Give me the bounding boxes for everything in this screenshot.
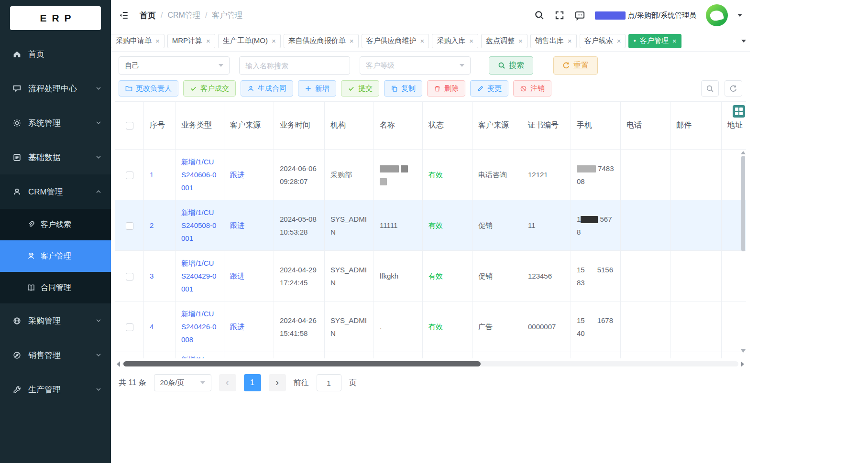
biz-type-link[interactable]: 新增/1/CUS240429-0001	[181, 259, 216, 293]
row-checkbox[interactable]	[126, 323, 133, 331]
horizontal-scrollbar[interactable]	[117, 361, 744, 367]
org: SYS_ADMIN	[330, 266, 367, 287]
generate-contract-button[interactable]: 生成合同	[241, 80, 293, 97]
data-list-icon	[12, 153, 22, 162]
search-button[interactable]: 搜索	[489, 56, 533, 75]
table-refresh-button[interactable]	[725, 80, 742, 97]
follow-link[interactable]: 跟进	[230, 221, 244, 229]
sidebar-item-customer-mgmt[interactable]: 客户管理	[0, 240, 111, 272]
sidebar-collapse-icon[interactable]	[119, 10, 129, 21]
tab-close-icon[interactable]: ×	[272, 37, 276, 44]
fullscreen-icon[interactable]	[554, 10, 565, 21]
sidebar-item-contract-mgmt[interactable]: 合同管理	[0, 272, 111, 303]
tab-close-icon[interactable]: ×	[350, 37, 354, 44]
name-search-input[interactable]	[239, 56, 350, 75]
book-icon	[27, 283, 35, 292]
column-settings-button[interactable]	[733, 105, 745, 118]
tab-customer-mgmt[interactable]: ●客户管理×	[628, 34, 681, 48]
customer-deal-button[interactable]: 客户成交	[183, 80, 236, 97]
table-search-button[interactable]	[701, 80, 719, 97]
seq-link[interactable]: 1	[150, 171, 154, 179]
biz-type-link[interactable]: 新增/1/CUS240426-0008	[181, 310, 216, 344]
message-icon[interactable]	[574, 10, 585, 21]
chevron-down-icon	[95, 386, 102, 393]
tab-sales-outbound[interactable]: 销售出库×	[530, 34, 577, 48]
chevron-down-icon	[95, 351, 102, 359]
search-icon[interactable]	[534, 10, 545, 21]
tab-purchase-request[interactable]: 采购申请单×	[111, 34, 165, 48]
sidebar-item-sales-mgmt[interactable]: 销售管理	[0, 338, 111, 372]
scroll-up-icon[interactable]	[741, 151, 746, 154]
horizontal-scroll-thumb[interactable]	[123, 361, 481, 366]
sidebar-item-purchase-mgmt[interactable]: 采购管理	[0, 303, 111, 338]
col-header-name: 名称	[374, 102, 423, 150]
tab-close-icon[interactable]: ×	[518, 37, 523, 44]
tab-close-icon[interactable]: ×	[420, 37, 425, 44]
biz-type-link[interactable]: 新增/1/CUS240508-0001	[181, 208, 216, 242]
tab-mrp-calc[interactable]: MRP计算×	[167, 34, 215, 48]
horizontal-scroll-track[interactable]	[122, 361, 738, 366]
scroll-down-icon[interactable]	[741, 349, 746, 353]
breadcrumb-level2[interactable]: CRM管理	[167, 11, 200, 21]
tab-stock-adjust[interactable]: 盘点调整×	[481, 34, 527, 48]
seq-link[interactable]: 3	[150, 272, 154, 280]
vertical-scrollbar[interactable]	[740, 151, 746, 353]
mobile-cell: 748308	[571, 150, 621, 200]
seq-link[interactable]: 4	[150, 323, 154, 331]
tab-close-icon[interactable]: ×	[206, 37, 210, 44]
row-checkbox[interactable]	[126, 222, 133, 230]
select-all-checkbox[interactable]	[126, 122, 133, 129]
tab-close-icon[interactable]: ×	[469, 37, 473, 44]
next-page-button[interactable]: ›	[269, 374, 286, 391]
row-checkbox[interactable]	[126, 172, 133, 179]
delete-button[interactable]: 删除	[427, 80, 465, 97]
page-1-button[interactable]: 1	[244, 374, 261, 391]
row-checkbox[interactable]	[126, 273, 133, 280]
sidebar-item-system-mgmt[interactable]: 系统管理	[0, 106, 111, 140]
status-badge: 有效	[429, 323, 443, 331]
breadcrumb-home[interactable]: 首页	[140, 10, 156, 21]
sidebar-item-label: 销售管理	[28, 350, 61, 361]
sidebar-item-home[interactable]: 首页	[0, 37, 111, 71]
tab-close-icon[interactable]: ×	[568, 37, 572, 44]
tab-close-icon[interactable]: ×	[617, 37, 621, 44]
tab-close-icon[interactable]: ×	[672, 37, 677, 44]
customer-name: 11111	[380, 221, 397, 229]
customer-level-select[interactable]: 客户等级	[360, 56, 471, 75]
page-size-select[interactable]: 20条/页	[154, 374, 211, 391]
user-caret-icon[interactable]	[737, 14, 742, 17]
tab-production-order[interactable]: 生产工单(MO)×	[218, 34, 281, 48]
sidebar-item-production-mgmt[interactable]: 生产管理	[0, 372, 111, 407]
change-button[interactable]: 变更	[470, 80, 508, 97]
prev-page-button[interactable]: ‹	[219, 374, 236, 391]
follow-link[interactable]: 跟进	[230, 171, 244, 179]
follow-link[interactable]: 跟进	[230, 272, 244, 280]
follow-link[interactable]: 跟进	[230, 323, 244, 331]
deactivate-button[interactable]: 注销	[513, 80, 551, 97]
tab-supplier-quote[interactable]: 来自供应商报价单×	[284, 34, 359, 48]
reset-button[interactable]: 重置	[553, 56, 598, 75]
scroll-left-icon[interactable]	[117, 361, 120, 367]
vertical-scroll-thumb[interactable]	[741, 156, 745, 251]
scroll-right-icon[interactable]	[741, 361, 744, 367]
tab-customer-leads[interactable]: 客户线索×	[580, 34, 626, 48]
add-button[interactable]: 新增	[298, 80, 336, 97]
change-owner-button[interactable]: 更改负责人	[119, 80, 178, 97]
tab-customer-supplier[interactable]: 客户供应商维护×	[362, 34, 429, 48]
biz-type-link[interactable]: 新增/1/CUS240606-0001	[181, 158, 216, 192]
sidebar-item-process-center[interactable]: 流程处理中心	[0, 71, 111, 106]
tabs-overflow-caret-icon[interactable]	[741, 40, 746, 43]
submit-button[interactable]: 提交	[341, 80, 379, 97]
user-menu[interactable]: 点/采购部/系统管理员	[595, 11, 696, 20]
sidebar-item-crm-mgmt[interactable]: CRM管理	[0, 174, 111, 209]
sidebar-item-customer-leads[interactable]: 客户线索	[0, 209, 111, 240]
copy-button[interactable]: 复制	[384, 80, 422, 97]
tab-purchase-inbound[interactable]: 采购入库×	[432, 34, 478, 48]
tab-close-icon[interactable]: ×	[155, 37, 160, 44]
goto-page-input[interactable]	[317, 374, 341, 391]
seq-link[interactable]: 2	[150, 221, 154, 229]
biz-type-link[interactable]: 新增/1/...	[181, 355, 209, 358]
owner-select[interactable]: 自己	[119, 56, 230, 75]
sidebar-item-base-data[interactable]: 基础数据	[0, 140, 111, 174]
avatar[interactable]	[706, 4, 728, 26]
